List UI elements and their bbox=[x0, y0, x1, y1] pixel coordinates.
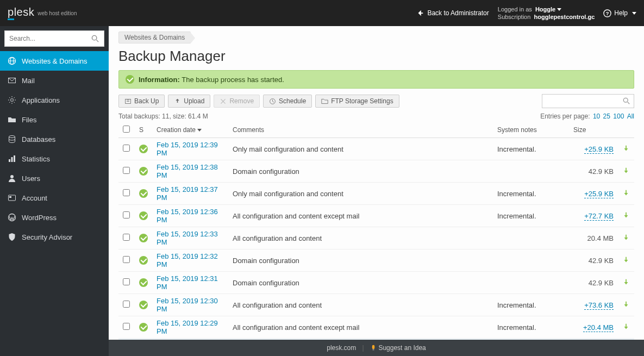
status-ok-icon bbox=[139, 278, 148, 287]
breadcrumb[interactable]: Websites & Domains bbox=[118, 32, 191, 43]
row-checkbox[interactable] bbox=[123, 256, 130, 263]
notes-cell: Incremental. bbox=[493, 316, 569, 339]
svg-line-20 bbox=[628, 102, 630, 104]
backup-date-link[interactable]: Feb 15, 2019 12:38 PM bbox=[157, 163, 218, 179]
status-ok-icon bbox=[139, 256, 148, 265]
col-status[interactable]: S bbox=[135, 122, 152, 138]
sidebar-item-statistics[interactable]: Statistics bbox=[0, 149, 109, 168]
size-link[interactable]: +25.9 KB bbox=[584, 190, 614, 198]
search-box[interactable] bbox=[4, 30, 104, 47]
comment-cell: Domain configuration bbox=[228, 160, 493, 183]
footer: plesk.com | Suggest an Idea bbox=[109, 340, 644, 356]
comment-cell: All configuration and content bbox=[228, 294, 493, 316]
search-icon bbox=[91, 35, 99, 43]
page-title: Backup Manager bbox=[118, 48, 634, 65]
backup-date-link[interactable]: Feb 15, 2019 12:37 PM bbox=[157, 185, 218, 202]
backup-button[interactable]: Back Up bbox=[118, 95, 165, 108]
row-checkbox[interactable] bbox=[123, 323, 130, 330]
row-checkbox[interactable] bbox=[123, 167, 130, 174]
row-checkbox[interactable] bbox=[123, 145, 130, 152]
col-comments[interactable]: Comments bbox=[228, 122, 493, 138]
schedule-button[interactable]: Schedule bbox=[263, 95, 312, 108]
notes-cell bbox=[493, 249, 569, 272]
notes-cell bbox=[493, 272, 569, 294]
status-ok-icon bbox=[139, 167, 148, 176]
entries-10[interactable]: 10 bbox=[593, 113, 600, 120]
table-row: Feb 15, 2019 12:29 PMAll configuration a… bbox=[118, 316, 634, 339]
sidebar-item-label: WordPress bbox=[22, 214, 57, 222]
upload-button[interactable]: Upload bbox=[168, 95, 210, 108]
comment-cell: All configuration and content except mai… bbox=[228, 205, 493, 227]
database-icon bbox=[8, 135, 16, 143]
download-button[interactable] bbox=[622, 190, 630, 198]
sidebar-item-security[interactable]: Security Advisor bbox=[0, 227, 109, 247]
size-link[interactable]: +20.4 MB bbox=[583, 323, 614, 332]
row-checkbox[interactable] bbox=[123, 234, 130, 241]
col-size[interactable]: Size bbox=[569, 122, 618, 138]
sidebar-item-account[interactable]: Account bbox=[0, 188, 109, 208]
help-menu[interactable]: ? Help bbox=[603, 9, 636, 17]
comment-cell: Only mail configuration and content bbox=[228, 138, 493, 160]
sidebar-item-files[interactable]: Files bbox=[0, 110, 109, 129]
col-notes[interactable]: System notes bbox=[493, 122, 569, 138]
entries-100[interactable]: 100 bbox=[613, 113, 624, 120]
footer-idea-link[interactable]: Suggest an Idea bbox=[378, 344, 426, 352]
backup-date-link[interactable]: Feb 15, 2019 12:32 PM bbox=[157, 252, 218, 268]
sidebar-item-users[interactable]: Users bbox=[0, 168, 109, 188]
table-row: Feb 15, 2019 12:30 PMAll configuration a… bbox=[118, 294, 634, 316]
svg-rect-22 bbox=[373, 349, 374, 350]
total-backups: Total backups: 11, size: 61.4 M bbox=[118, 113, 208, 120]
backup-date-link[interactable]: Feb 15, 2019 12:39 PM bbox=[157, 141, 218, 157]
help-icon: ? bbox=[603, 9, 611, 17]
download-button[interactable] bbox=[622, 146, 630, 154]
backup-date-link[interactable]: Feb 15, 2019 12:29 PM bbox=[157, 319, 218, 335]
sidebar-item-applications[interactable]: Applications bbox=[0, 90, 109, 110]
backup-date-link[interactable]: Feb 15, 2019 12:33 PM bbox=[157, 230, 218, 246]
gear-icon bbox=[8, 96, 16, 104]
download-button[interactable] bbox=[622, 257, 630, 265]
select-all-checkbox[interactable] bbox=[123, 126, 130, 133]
download-button[interactable] bbox=[622, 213, 630, 221]
row-checkbox[interactable] bbox=[123, 301, 130, 308]
search-input[interactable] bbox=[9, 35, 91, 42]
sidebar-item-label: Users bbox=[22, 174, 40, 183]
sidebar-item-databases[interactable]: Databases bbox=[0, 129, 109, 149]
folder-icon bbox=[321, 98, 328, 105]
table-row: Feb 15, 2019 12:39 PMOnly mail configura… bbox=[118, 138, 634, 160]
download-button[interactable] bbox=[622, 235, 630, 243]
sidebar-item-mail[interactable]: Mail bbox=[0, 71, 109, 90]
table-search[interactable] bbox=[542, 94, 634, 108]
download-button[interactable] bbox=[622, 324, 630, 332]
size-link[interactable]: +25.9 KB bbox=[584, 145, 614, 154]
sidebar-item-label: Mail bbox=[22, 77, 35, 85]
row-checkbox[interactable] bbox=[123, 211, 130, 218]
col-date[interactable]: Creation date bbox=[152, 122, 228, 138]
download-button[interactable] bbox=[622, 168, 630, 176]
table-row: Feb 15, 2019 12:31 PMDomain configuratio… bbox=[118, 272, 634, 294]
size-link[interactable]: +73.6 KB bbox=[584, 301, 614, 310]
status-ok-icon bbox=[139, 323, 148, 332]
sidebar-item-websites[interactable]: Websites & Domains bbox=[0, 51, 109, 71]
svg-point-2 bbox=[92, 35, 96, 40]
remove-button: Remove bbox=[214, 95, 260, 108]
footer-site-link[interactable]: plesk.com bbox=[327, 344, 356, 352]
subscription-name[interactable]: hogglepestcontrol.gc bbox=[534, 14, 595, 20]
download-button[interactable] bbox=[622, 302, 630, 310]
clock-icon bbox=[269, 98, 276, 105]
entries-All[interactable]: All bbox=[627, 113, 634, 120]
sidebar-item-wordpress[interactable]: WordPress bbox=[0, 208, 109, 227]
folder-icon bbox=[8, 115, 16, 124]
entries-25[interactable]: 25 bbox=[603, 113, 610, 120]
username-menu[interactable]: Hoggle bbox=[535, 6, 561, 13]
backup-date-link[interactable]: Feb 15, 2019 12:31 PM bbox=[157, 274, 218, 291]
svg-rect-10 bbox=[9, 159, 10, 162]
size-link[interactable]: +72.7 KB bbox=[584, 212, 614, 221]
backup-date-link[interactable]: Feb 15, 2019 12:30 PM bbox=[157, 297, 218, 313]
comment-cell: All configuration and content bbox=[228, 227, 493, 249]
row-checkbox[interactable] bbox=[123, 278, 130, 285]
backup-date-link[interactable]: Feb 15, 2019 12:36 PM bbox=[157, 208, 218, 224]
ftp-settings-button[interactable]: FTP Storage Settings bbox=[315, 95, 399, 108]
download-button[interactable] bbox=[622, 279, 630, 288]
back-to-administrator[interactable]: Back to Administrator bbox=[416, 9, 489, 17]
row-checkbox[interactable] bbox=[123, 189, 130, 196]
